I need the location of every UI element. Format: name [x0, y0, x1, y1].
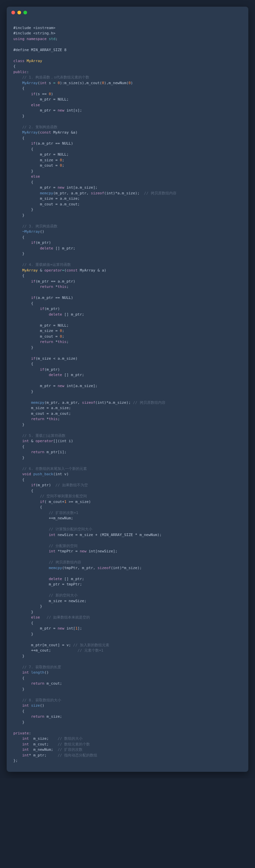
- tok: if: [31, 92, 35, 96]
- tok: }: [31, 610, 33, 614]
- tok: int: [22, 736, 29, 741]
- tok: = tmpPtr;: [60, 582, 82, 586]
- tok: (int i): [57, 439, 73, 443]
- tok: (m_ptr): [45, 367, 60, 372]
- tok: private: [13, 731, 29, 736]
- tok: {: [22, 676, 25, 680]
- tok: {: [31, 180, 33, 184]
- tok: ): [51, 92, 54, 96]
- tok: {: [22, 136, 25, 140]
- tok: (m_ptr == a.m_ptr): [35, 279, 75, 283]
- tok: }: [22, 213, 25, 217]
- tok: newSize = m_size + (MIN_ARRAY_SIZE * m_n…: [55, 533, 162, 537]
- comment: // 数组元素的个数: [57, 742, 90, 746]
- tok: operator: [35, 439, 53, 443]
- close-dot[interactable]: [11, 11, 15, 14]
- tok: int[: [64, 626, 75, 630]
- line: #include <iostream>: [13, 26, 55, 30]
- tok: const: [40, 130, 51, 134]
- tok: 1: [64, 500, 66, 504]
- tok: sizeof: [97, 566, 111, 570]
- tok: ): [131, 81, 133, 85]
- tok: [] m_ptr;: [62, 577, 84, 581]
- comment: // 6. 在数组的末尾加入一个新的元素: [22, 467, 87, 471]
- tok: (tmpPtr, m_ptr,: [62, 566, 97, 570]
- tok: =: [53, 158, 60, 162]
- tok: int: [40, 81, 47, 85]
- maximize-dot[interactable]: [23, 11, 27, 14]
- tok: MyArray: [22, 81, 38, 85]
- tok: =: [51, 384, 58, 388]
- tok: return: [31, 714, 45, 719]
- comment: // 8. 获取数组的大小: [22, 698, 61, 702]
- tok: :: [29, 731, 31, 736]
- tok: 0: [49, 92, 51, 96]
- tok: >= m_size): [66, 500, 91, 504]
- tok: length: [31, 670, 45, 675]
- tok: s: [47, 81, 53, 85]
- tok: sizeof: [91, 191, 104, 195]
- comment: // 指向动态分配的数组: [58, 753, 97, 757]
- line: #define MIN_ARRAY_SIZE 8: [13, 48, 66, 52]
- tok: = a.m_cout;: [45, 411, 71, 416]
- tok: return: [31, 417, 45, 421]
- tok: else: [31, 103, 40, 107]
- tok: *: [45, 417, 49, 421]
- comment: // 拷贝原数组内容: [49, 560, 81, 564]
- tok: =: [51, 626, 58, 630]
- tok: m_ptr[m_cout] = v;: [31, 643, 71, 647]
- tok: {: [40, 505, 42, 509]
- tok: (a.m_ptr == NULL): [35, 296, 73, 300]
- comment: // 加入新的数组元素: [71, 643, 109, 647]
- tok: &: [29, 439, 35, 443]
- tok: = a.m_cout;: [53, 202, 80, 207]
- minimize-dot[interactable]: [18, 11, 21, 14]
- tok: (a.m_ptr == NULL): [35, 141, 73, 146]
- tok: delete: [40, 246, 53, 250]
- tok: [] m_ptr;: [62, 373, 84, 377]
- tok: ;: [57, 417, 60, 421]
- comment: // 5. 重载[]运算符函数: [22, 434, 66, 438]
- tok: ;: [66, 340, 69, 344]
- tok: 0: [60, 158, 62, 162]
- tok: m_ptr[i];: [45, 450, 66, 454]
- tok: (m_ptr, a.m_ptr,: [53, 191, 91, 195]
- tok: delete: [49, 312, 62, 317]
- tok: m_size: [40, 196, 53, 201]
- tok: int: [22, 742, 29, 746]
- tok: sizeof: [82, 400, 95, 405]
- code-area: #include <iostream> #include <string.h> …: [7, 17, 248, 772]
- tok: m_ptr: [40, 152, 51, 157]
- tok: {: [22, 444, 25, 449]
- tok: MyArray: [22, 268, 38, 273]
- tok: }: [31, 632, 33, 636]
- tok: {: [31, 489, 33, 493]
- tok: if: [31, 141, 35, 146]
- tok: ;: [62, 329, 64, 333]
- tok: [49, 736, 58, 741]
- tok: m_size: [40, 329, 53, 333]
- tok: if: [31, 483, 35, 487]
- tok: =: [53, 163, 60, 168]
- tok: ;: [62, 334, 64, 339]
- tok: = newSize;: [62, 599, 87, 603]
- tok: *a.m_size);: [106, 400, 131, 405]
- tok: m_newNum;: [33, 747, 54, 752]
- tok: }: [40, 604, 42, 609]
- tok: [] m_ptr;: [62, 312, 84, 317]
- tok: *: [53, 284, 57, 289]
- tok: else: [31, 174, 40, 179]
- tok: (int): [104, 191, 115, 195]
- tok: &: [38, 268, 45, 273]
- tok: MyArray &a): [51, 130, 78, 134]
- comment: // 2. 复制构造函数: [22, 125, 58, 129]
- tok: =: [53, 81, 55, 85]
- tok: if: [31, 356, 35, 361]
- tok: (int): [95, 400, 106, 405]
- tok: m_size: [31, 406, 45, 410]
- tok: m_size: [49, 599, 62, 603]
- tok: m_ptr;: [33, 753, 47, 757]
- tok: (s ==: [35, 92, 49, 96]
- comment: // 数组的大小: [57, 736, 83, 741]
- tok: =: [51, 185, 58, 190]
